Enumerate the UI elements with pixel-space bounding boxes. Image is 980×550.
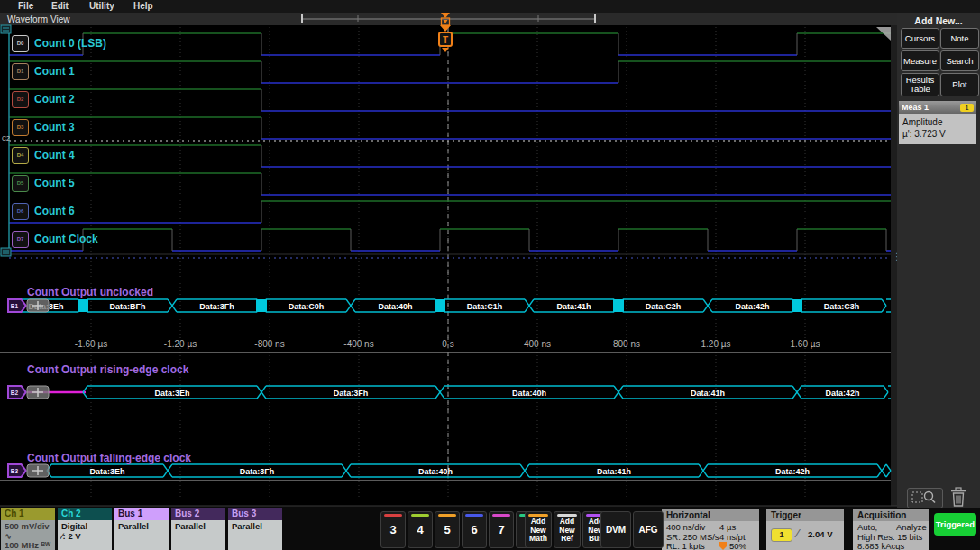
right-panel: Add New... Meas 1 1 Amplitude µ': 3.723 … [897,13,980,508]
zoom-box-icon [908,489,940,506]
digital-channel-row-D6[interactable] [9,197,891,225]
channel-button-5[interactable]: 5 [435,511,460,548]
bottom-bar: Horizontal 400 ns/div4 µsSR: 250 MS/s4 n… [0,508,980,550]
channel-badge-D3[interactable]: D3 [12,119,29,136]
trigger-panel[interactable]: Trigger 1 ∕ 2.04 V [766,509,844,550]
digital-channel-row-D1[interactable] [9,58,891,86]
channel-badge-D4[interactable]: D4 [12,147,29,164]
digital-channel-row-D2[interactable] [9,86,891,114]
badge-header: Ch 2 [58,508,112,520]
source-badge-bus3[interactable]: Bus 3Parallel [228,508,282,550]
time-axis-tick: 800 ns [613,339,640,349]
channel-number: 6 [463,523,486,536]
horizontal-title: Horizontal [662,509,759,521]
channel-number: 4 [408,523,432,536]
channel-badge-D0[interactable]: D0 [12,35,29,52]
add-new-cursors-button[interactable]: Cursors [901,28,939,49]
digital-channel-row-D0[interactable] [9,30,891,58]
channel-label-D4[interactable]: Count 4 [34,149,75,161]
badge-body: Parallel [171,520,225,550]
add-color-stripe [557,514,577,517]
time-axis-tick: -400 ns [343,339,373,349]
horizontal-value: SR: 250 MS/s [666,532,719,542]
channel-button-6[interactable]: 6 [462,511,487,548]
channel-badge-D6[interactable]: D6 [12,203,29,220]
badge-header: Bus 2 [171,508,225,520]
acquisition-value: High Res: 15 bits [857,532,922,542]
menu-item-file[interactable]: File [18,1,33,11]
channel-label-D3[interactable]: Count 3 [34,121,75,133]
channel-label-D0[interactable]: Count 0 (LSB) [34,37,106,50]
time-axis-tick: 0 s [442,339,453,349]
badge-body: Digital∕: 2 V [58,520,112,550]
channel-button-7[interactable]: 7 [489,511,514,548]
menu-item-edit[interactable]: Edit [51,1,69,11]
channel-number: 3 [381,523,405,536]
channel-color-stripe [438,514,456,517]
trigger-source-badge: 1 [771,528,792,542]
acquisition-value: Auto, [857,522,877,532]
trigger-slope-icon: ∕ [797,527,799,540]
c2-threshold-label: C2 [2,135,10,142]
bus-section-title-B1: Count Output unclocked [27,286,153,298]
badge-header: Ch 1 [1,508,55,520]
channel-label-D1[interactable]: Count 1 [34,65,75,78]
horizontal-value: RL: 1 kpts [666,541,705,550]
meas1-header: Meas 1 1 [899,101,976,114]
horizontal-panel[interactable]: Horizontal 400 ns/div4 µsSR: 250 MS/s4 n… [662,509,759,550]
add-new-search-button[interactable]: Search [940,50,979,71]
panel-divider[interactable] [891,25,897,506]
meas1-body: Amplitude µ': 3.723 V [899,114,976,144]
oscilloscope-app: FileEditUtilityHelp Waveform View ⋮ Add … [0,0,980,550]
horizontal-value: 50% [719,541,746,550]
digital-channel-row-D4[interactable] [9,142,891,170]
add-new-note-button[interactable]: Note [940,28,979,49]
meas1-card[interactable]: Meas 1 1 Amplitude µ': 3.723 V [899,101,976,144]
channel-badge-D7[interactable]: D7 [12,231,29,248]
channel-badge-D1[interactable]: D1 [12,63,29,80]
meas1-source-badge: 1 [960,104,974,112]
horizontal-value: 4 µs [719,522,736,532]
channel-button-4[interactable]: 4 [408,511,433,548]
time-axis-tick: 1.60 µs [790,339,820,349]
source-badge-bus2[interactable]: Bus 2Parallel [171,508,225,550]
badge-header: Bus 3 [228,508,282,520]
acquisition-value: 8.883 kAcqs [857,541,904,550]
add-new-results-table-button[interactable]: Results Table [901,73,939,96]
time-axis-tick: 1.20 µs [701,339,730,349]
digital-channel-row-D3[interactable] [9,114,891,142]
source-badge-ch1[interactable]: Ch 1500 mV/div∿100 MHz ᴮᵂ [1,508,55,550]
digital-channel-row-D5[interactable] [9,170,891,197]
channel-label-D5[interactable]: Count 5 [34,177,75,189]
add-new-math-button[interactable]: AddNewMath [525,511,552,548]
channel-badge-D5[interactable]: D5 [12,175,29,192]
add-new-ref-button[interactable]: AddNewRef [554,511,581,548]
menu-item-help[interactable]: Help [133,1,153,11]
triggered-status: Triggered [934,513,976,536]
add-new-plot-button[interactable]: Plot [940,73,979,96]
view-title: Waveform View [7,14,69,24]
channel-button-3[interactable]: 3 [380,511,406,548]
add-new-title: Add New... [897,15,980,26]
menu-item-utility[interactable]: Utility [89,1,114,11]
digital-channel-row-D7[interactable] [9,225,891,253]
source-badge-bus1[interactable]: Bus 1Parallel [114,508,169,550]
channel-badge-D2[interactable]: D2 [12,91,29,108]
zoom-box-button[interactable] [907,488,943,509]
channel-label-D2[interactable]: Count 2 [34,93,75,105]
trigger-position-icon [719,542,727,550]
source-badge-ch2[interactable]: Ch 2Digital∕: 2 V [58,508,112,550]
acquisition-title: Acquisition [853,509,929,521]
bus-section-title-B2: Count Output rising-edge clock [27,363,188,376]
time-axis-tick: 400 ns [524,339,551,349]
dvm-button[interactable]: DVM [600,511,631,548]
afg-button[interactable]: AFG [633,511,664,548]
trigger-body: 1 ∕ 2.04 V [766,521,844,550]
trigger-title: Trigger [766,509,844,521]
horizontal-value: 400 ns/div [666,522,705,532]
channel-label-D6[interactable]: Count 6 [34,205,75,217]
time-axis-tick: -800 ns [254,339,284,349]
add-new-measure-button[interactable]: Measure [901,50,939,71]
channel-label-D7[interactable]: Count Clock [34,233,98,245]
acquisition-panel[interactable]: Acquisition Auto,AnalyzeHigh Res: 15 bit… [853,509,929,550]
